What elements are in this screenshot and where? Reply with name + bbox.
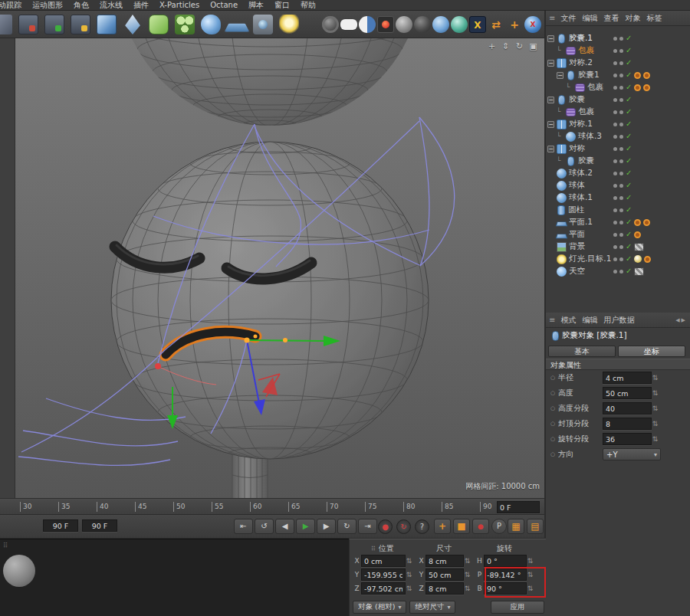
record-button[interactable]: ● [472,519,489,534]
enabled-check-icon[interactable]: ✓ [626,118,632,130]
gray-sphere-icon[interactable] [396,16,412,33]
visibility-dot[interactable] [613,147,617,151]
keyframe-dot-icon[interactable]: ○ [550,390,558,396]
tree-row[interactable]: 球体.2 ✓ [546,167,690,179]
keyframe-dot-icon[interactable]: ○ [550,451,558,457]
visibility-dot[interactable] [619,184,623,188]
render-view-icon[interactable] [18,15,38,34]
dark-sphere-icon[interactable] [414,16,431,33]
spinner-icon[interactable]: ⇅ [652,374,659,382]
spinner-icon[interactable]: ⇅ [464,557,471,565]
object-relative-button[interactable]: 对象 (相对)▾ [353,601,406,614]
visibility-dot[interactable] [619,270,623,274]
enabled-check-icon[interactable]: ✓ [626,253,632,265]
enabled-check-icon[interactable]: ✓ [626,44,632,57]
visibility-dot[interactable] [619,245,623,249]
target-tag-icon[interactable] [634,219,641,226]
globe-icon[interactable]: X [524,16,541,33]
next-frame-button[interactable]: ▶ [317,519,336,534]
tree-row[interactable]: 平面 ✓ [546,228,690,241]
dolly-icon[interactable]: ⇕ [501,41,511,51]
spinner-icon[interactable]: ⇅ [406,557,412,565]
keyframe-box-button[interactable]: ■ [453,519,470,534]
tree-row[interactable]: └ 包裹 ✓ [546,106,690,118]
go-to-end-button[interactable]: ⇥ [358,519,377,534]
rotation-b-field[interactable] [484,582,527,595]
enabled-check-icon[interactable]: ✓ [626,155,632,167]
enabled-check-icon[interactable]: ✓ [626,81,632,93]
visibility-dot[interactable] [613,159,617,163]
height-segments-field[interactable] [603,402,652,414]
current-frame-field[interactable] [497,501,540,513]
visibility-dot[interactable] [619,86,623,90]
collapse-icon[interactable]: − [547,35,554,42]
visibility-dot[interactable] [619,208,623,212]
visibility-dot[interactable] [613,37,617,41]
visibility-dot[interactable] [619,233,623,237]
cloner-icon[interactable] [175,15,195,34]
tree-row[interactable]: 球体 ✓ [546,179,690,192]
tree-row[interactable]: − 对称 ✓ [546,143,690,155]
material-preview[interactable] [3,555,35,587]
collapse-icon[interactable]: − [547,97,554,103]
visibility-dot[interactable] [613,245,617,249]
om-menu-tags[interactable]: 标签 [644,13,664,24]
position-y-field[interactable] [361,568,406,581]
enabled-check-icon[interactable]: ✓ [626,179,632,192]
visibility-dot[interactable] [619,49,623,53]
light-tag-icon[interactable] [634,255,642,263]
texture-tag-icon[interactable] [634,267,644,276]
viewport-3d-scene[interactable] [15,38,544,498]
panel-menu-icon[interactable]: ≡ [549,14,555,22]
drag-handle-icon[interactable]: ⠿ [3,542,8,549]
tree-row[interactable]: 天空 ✓ [546,265,690,277]
menu-item[interactable]: 帮助 [295,0,321,11]
tree-row[interactable]: − 对称.1 ✓ [546,118,690,130]
spinner-icon[interactable]: ⇅ [652,435,659,443]
collapse-icon[interactable]: − [557,72,564,79]
visibility-dot[interactable] [613,257,617,261]
light-icon[interactable] [279,15,299,34]
pan-icon[interactable]: + [487,41,497,51]
visibility-dot[interactable] [619,159,623,163]
texture-tag-icon[interactable] [634,243,644,251]
om-menu-view[interactable]: 查看 [601,13,621,24]
spinner-icon[interactable]: ⇅ [527,571,534,578]
visibility-dot[interactable] [613,49,617,53]
enabled-check-icon[interactable]: ✓ [626,143,632,155]
material-ball-icon[interactable] [322,16,339,33]
visibility-dot[interactable] [613,110,617,114]
rotation-p-field[interactable] [484,568,527,581]
menu-item[interactable]: 流水线 [94,0,128,11]
enabled-check-icon[interactable]: ✓ [626,69,632,81]
white-card-icon[interactable] [340,19,357,30]
swap-arrows-icon[interactable]: ⇄ [488,16,504,33]
cube-primitive-icon[interactable] [97,15,117,34]
visibility-dot[interactable] [619,61,623,65]
tree-row[interactable]: − 对称.2 ✓ [546,57,690,69]
visibility-dot[interactable] [619,147,623,151]
spinner-icon[interactable]: ⇅ [527,585,534,592]
render-picture-viewer-icon[interactable] [44,15,64,34]
render-settings-icon[interactable] [71,15,90,34]
yellow-x-icon[interactable]: X [469,16,486,33]
enabled-check-icon[interactable]: ✓ [626,167,632,179]
visibility-dot[interactable] [613,61,617,65]
tree-row[interactable]: └ 胶囊 ✓ [546,155,690,167]
menu-item[interactable]: 角色 [68,0,94,11]
om-menu-edit[interactable]: 编辑 [580,13,600,24]
spline-pen-icon[interactable] [123,15,143,34]
enabled-check-icon[interactable]: ✓ [626,192,632,204]
visibility-dot[interactable] [619,135,623,139]
target-tag-icon[interactable] [643,72,650,79]
target-tag-icon[interactable] [634,231,641,238]
camera-icon[interactable] [253,15,273,34]
tab-basic[interactable]: 基本 [548,346,616,357]
enabled-check-icon[interactable]: ✓ [626,130,632,143]
head-sphere[interactable] [111,141,429,460]
tree-row[interactable]: 灯光.目标.1 ✓ [546,253,690,265]
visibility-dot[interactable] [613,221,617,224]
previous-frame-button[interactable]: ◀ [275,519,294,534]
spinner-icon[interactable]: ⇅ [652,420,659,428]
teal-sphere-icon[interactable] [451,16,468,33]
